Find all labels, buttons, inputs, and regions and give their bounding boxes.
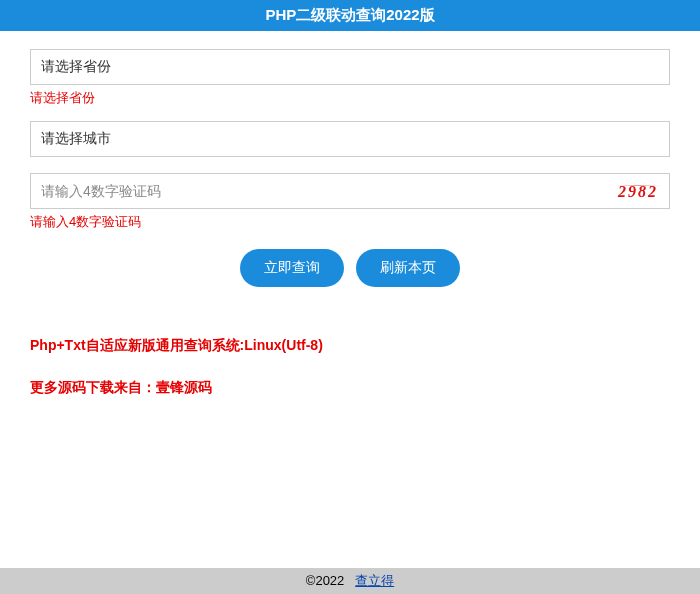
source-prefix: 更多源码下载来自： bbox=[30, 379, 156, 395]
page-footer: ©2022 查立得 bbox=[0, 568, 700, 594]
captcha-error: 请输入4数字验证码 bbox=[30, 213, 670, 231]
query-form: 请选择省份 2982 请输入4数字验证码 立即查询 刷新本页 bbox=[0, 31, 700, 287]
captcha-input[interactable] bbox=[30, 173, 670, 209]
page-title: PHP二级联动查询2022版 bbox=[265, 6, 434, 23]
info-section: Php+Txt自适应新版通用查询系统:Linux(Utf-8) 更多源码下载来自… bbox=[0, 287, 700, 397]
source-name: 壹锋源码 bbox=[156, 379, 212, 395]
city-select[interactable] bbox=[30, 121, 670, 157]
button-row: 立即查询 刷新本页 bbox=[30, 249, 670, 287]
query-button[interactable]: 立即查询 bbox=[240, 249, 344, 287]
copyright-text: ©2022 bbox=[306, 573, 345, 588]
province-select[interactable] bbox=[30, 49, 670, 85]
captcha-row: 2982 bbox=[30, 173, 670, 211]
province-error: 请选择省份 bbox=[30, 89, 670, 107]
refresh-button[interactable]: 刷新本页 bbox=[356, 249, 460, 287]
source-info: 更多源码下载来自：壹锋源码 bbox=[30, 379, 670, 397]
system-info: Php+Txt自适应新版通用查询系统:Linux(Utf-8) bbox=[30, 337, 670, 355]
page-header: PHP二级联动查询2022版 bbox=[0, 0, 700, 31]
footer-link[interactable]: 查立得 bbox=[355, 573, 394, 588]
captcha-image[interactable]: 2982 bbox=[618, 183, 658, 201]
